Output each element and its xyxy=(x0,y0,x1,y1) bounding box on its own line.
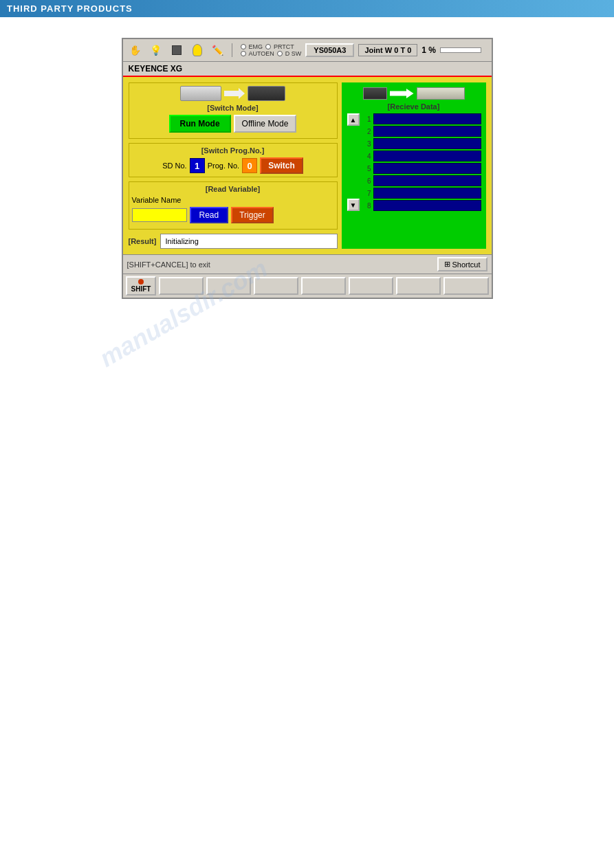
autoen-label: AUTOEN xyxy=(249,50,274,57)
var-name-row: Variable Name xyxy=(132,196,334,204)
fkey-3[interactable] xyxy=(254,277,298,295)
percent-display: 1 % xyxy=(421,45,436,55)
header-title: THIRD PARTY PRODUCTS xyxy=(7,3,133,14)
prtct-label: PRTCT xyxy=(274,43,294,50)
result-section: [Result] Initializing xyxy=(129,234,338,249)
run-mode-button[interactable]: Run Mode xyxy=(169,115,231,133)
lightbulb-icon[interactable]: 💡 xyxy=(148,42,164,58)
shortcut-icon: ⊞ xyxy=(444,260,450,269)
prog-section: [Switch Prog.No.] SD No. 1 Prog. No. 0 S… xyxy=(129,143,338,177)
fkey-1[interactable] xyxy=(159,277,204,295)
mode-buttons: Run Mode Offline Mode xyxy=(132,115,334,133)
page-header: THIRD PARTY PRODUCTS xyxy=(0,0,614,17)
data-bar-5 xyxy=(373,163,481,174)
prtct-radio[interactable] xyxy=(265,44,271,49)
data-bar-8 xyxy=(373,200,481,211)
switch-prog-label: [Switch Prog.No.] xyxy=(132,146,334,155)
toolbar: ✋ 💡 ✏️ EMG PRTCT xyxy=(123,39,492,62)
fkey-5[interactable] xyxy=(349,277,393,295)
left-panel: [Switch Mode] Run Mode Offline Mode [Swi… xyxy=(129,82,338,249)
controller-window: ✋ 💡 ✏️ EMG PRTCT xyxy=(122,38,493,299)
shift-button[interactable]: SHIFT xyxy=(126,276,157,296)
mode-switches: EMG PRTCT AUTOEN D SW xyxy=(241,43,302,57)
variable-name-input[interactable] xyxy=(132,208,187,222)
data-row-2: 2 xyxy=(362,126,481,137)
trigger-button[interactable]: Trigger xyxy=(231,207,274,223)
receive-device-left xyxy=(363,87,387,100)
prog-label: Prog. No. xyxy=(208,162,239,170)
receive-arrow-icon xyxy=(390,89,414,98)
data-bar-7 xyxy=(373,188,481,199)
fkey-2[interactable] xyxy=(206,277,251,295)
shortcut-button[interactable]: ⊞ Shortcut xyxy=(437,257,487,271)
sd-label: SD No. xyxy=(162,162,186,170)
arrow-right-icon xyxy=(224,88,245,99)
separator xyxy=(232,43,232,57)
square-icon xyxy=(168,42,185,58)
switch-mode-label: [Switch Mode] xyxy=(132,104,334,112)
fkey-7[interactable] xyxy=(443,277,488,295)
prog-value: 0 xyxy=(242,158,257,173)
autoen-radio[interactable] xyxy=(241,51,246,56)
hand-icon[interactable]: ✋ xyxy=(127,42,144,58)
shift-dot xyxy=(138,279,144,285)
read-var-label: [Read Variable] xyxy=(132,185,334,193)
prog-row: SD No. 1 Prog. No. 0 Switch xyxy=(132,157,334,174)
data-list-container: ▲ ▼ 1 2 xyxy=(347,113,481,211)
bottom-hint: [SHIFT+CANCEL] to exit xyxy=(127,260,210,269)
data-bar-6 xyxy=(373,175,481,186)
var-section: [Read Variable] Variable Name Read Trigg… xyxy=(129,181,338,230)
data-bar-1 xyxy=(373,113,481,124)
data-row-5: 5 xyxy=(362,163,481,174)
data-row-3: 3 xyxy=(362,138,481,149)
shortcut-label: Shortcut xyxy=(452,260,481,269)
lightbulb2-icon[interactable] xyxy=(189,42,206,58)
sd-value: 1 xyxy=(190,158,205,173)
data-row-7: 7 xyxy=(362,188,481,199)
read-button[interactable]: Read xyxy=(190,207,229,223)
data-list: 1 2 3 4 xyxy=(362,113,481,211)
data-bar-2 xyxy=(373,126,481,137)
device-button[interactable]: YS050A3 xyxy=(305,43,354,57)
dsw-label: D SW xyxy=(285,50,302,57)
pencil-icon[interactable]: ✏️ xyxy=(210,42,226,58)
data-row-8: 8 xyxy=(362,200,481,211)
switch-button[interactable]: Switch xyxy=(260,157,303,174)
right-panel: [Recieve Data] ▲ ▼ 1 xyxy=(342,82,486,249)
data-bar-3 xyxy=(373,138,481,149)
var-buttons: Read Trigger xyxy=(190,207,274,223)
scroll-down-arrow[interactable]: ▼ xyxy=(347,199,360,211)
fkey-6[interactable] xyxy=(396,277,441,295)
scroll-arrows: ▲ ▼ xyxy=(347,113,360,211)
shift-label: SHIFT xyxy=(131,285,151,293)
var-input-row: Read Trigger xyxy=(132,207,334,223)
result-value: Initializing xyxy=(160,234,337,249)
data-bar-4 xyxy=(373,151,481,162)
scroll-up-arrow[interactable]: ▲ xyxy=(347,113,360,126)
emg-label: EMG xyxy=(249,43,263,50)
device-image-right xyxy=(248,86,285,101)
data-row-6: 6 xyxy=(362,175,481,186)
device-row xyxy=(132,86,334,101)
receive-label: [Recieve Data] xyxy=(347,102,481,111)
receive-device-row xyxy=(347,87,481,100)
offline-mode-button[interactable]: Offline Mode xyxy=(234,115,297,133)
switch-mode-section: [Switch Mode] Run Mode Offline Mode xyxy=(129,82,338,139)
panel-body: [Switch Mode] Run Mode Offline Mode [Swi… xyxy=(123,77,492,254)
fkey-bar: SHIFT xyxy=(123,274,492,298)
window-title: KEYENCE XG xyxy=(123,62,492,77)
data-row-4: 4 xyxy=(362,151,481,162)
emg-radio[interactable] xyxy=(241,44,246,49)
joint-display: Joint W 0 T 0 xyxy=(358,44,417,56)
data-row-1: 1 xyxy=(362,113,481,124)
progress-bar xyxy=(440,47,481,53)
receive-device-right xyxy=(417,87,465,100)
bottom-bar: [SHIFT+CANCEL] to exit ⊞ Shortcut xyxy=(123,254,492,274)
device-image-left xyxy=(180,86,221,101)
dsw-radio[interactable] xyxy=(277,51,283,56)
fkey-4[interactable] xyxy=(301,277,346,295)
variable-name-label: Variable Name xyxy=(132,196,182,204)
result-label: [Result] xyxy=(129,237,157,245)
